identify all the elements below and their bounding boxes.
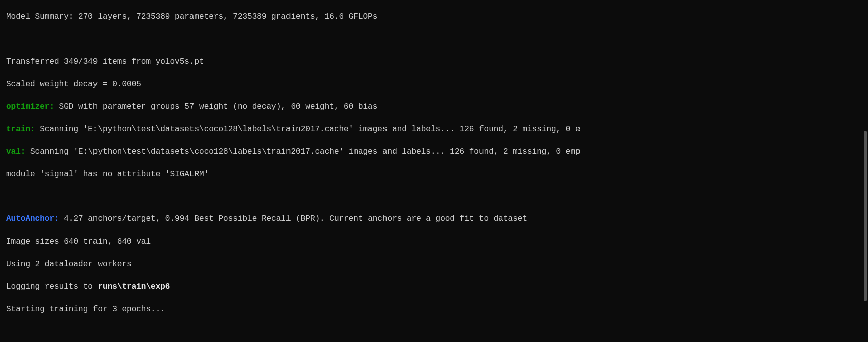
val-text: Scanning 'E:\python\test\datasets\coco12… [25, 147, 580, 156]
optimizer-text: SGD with parameter groups 57 weight (no … [54, 102, 377, 111]
blank [6, 34, 862, 45]
logging-path: runs\train\exp6 [98, 282, 170, 291]
autoanchor-text: 4.27 anchors/target, 0.994 Best Possible… [59, 214, 527, 223]
workers-line: Using 2 dataloader workers [6, 259, 862, 270]
train-text: Scanning 'E:\python\test\datasets\coco12… [35, 125, 581, 134]
sigalrm-line: module 'signal' has no attribute 'SIGALR… [6, 169, 862, 180]
val-keyword: val: [6, 147, 25, 156]
optimizer-line: optimizer: SGD with parameter groups 57 … [6, 101, 862, 112]
scaled-wd-line: Scaled weight_decay = 0.0005 [6, 79, 862, 90]
blank [6, 191, 862, 202]
train-keyword: train: [6, 125, 35, 134]
image-sizes-line: Image sizes 640 train, 640 val [6, 236, 862, 247]
autoanchor-line: AutoAnchor: 4.27 anchors/target, 0.994 B… [6, 213, 862, 224]
autoanchor-keyword: AutoAnchor: [6, 214, 59, 223]
blank [6, 326, 862, 337]
model-summary-line: Model Summary: 270 layers, 7235389 param… [6, 11, 862, 22]
transferred-line: Transferred 349/349 items from yolov5s.p… [6, 56, 862, 67]
logging-line: Logging results to runs\train\exp6 [6, 281, 862, 292]
train-scan-line: train: Scanning 'E:\python\test\datasets… [6, 124, 862, 135]
logging-prefix: Logging results to [6, 282, 98, 291]
starting-line: Starting training for 3 epochs... [6, 304, 862, 315]
optimizer-keyword: optimizer: [6, 102, 54, 111]
scrollbar[interactable] [864, 131, 867, 301]
terminal-output: Model Summary: 270 layers, 7235389 param… [0, 0, 868, 342]
val-scan-line: val: Scanning 'E:\python\test\datasets\c… [6, 146, 862, 157]
